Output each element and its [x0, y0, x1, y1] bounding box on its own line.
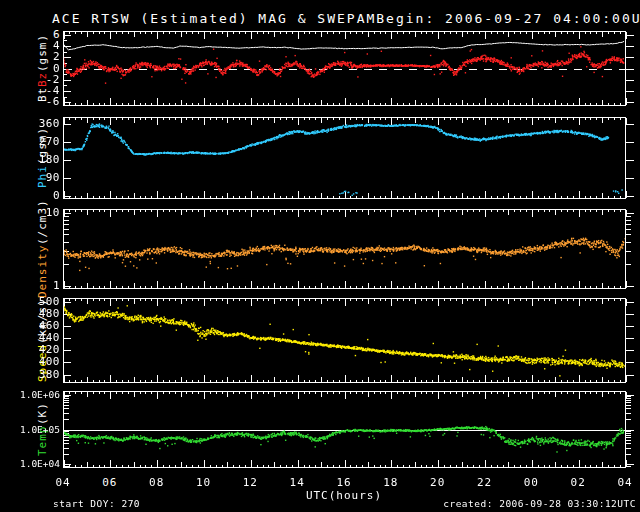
title-row: ACE RTSW (Estimated) MAG & SWEPAM Begin:… — [52, 11, 636, 26]
y-tick-label: 180 — [0, 154, 60, 166]
x-tick-label: 12 — [233, 476, 267, 489]
y-tick-label: 0 — [0, 190, 60, 202]
x-tick-label: 20 — [421, 476, 455, 489]
y-tick-label: 360 — [0, 118, 60, 130]
begin-timestamp: Begin: 2006-09-27 04:00:00UTC — [376, 11, 640, 26]
plot-title: ACE RTSW (Estimated) MAG & SWEPAM — [52, 11, 376, 26]
x-tick-label: 14 — [280, 476, 314, 489]
panel-speed-canvas — [63, 298, 638, 384]
x-tick-label: 08 — [140, 476, 174, 489]
y-axis-label-density: Density (/cm3) — [34, 209, 50, 288]
x-tick-label: 02 — [561, 476, 595, 489]
x-tick-label: 16 — [327, 476, 361, 489]
y-tick-label: 270 — [0, 136, 60, 148]
y-tick-label: 500 — [0, 296, 60, 308]
created-timestamp: created: 2006-09-28 03:30:12UTC — [443, 498, 636, 509]
y-axis-label-part: (K) — [36, 402, 49, 425]
panel-bt-bz-canvas — [63, 31, 638, 107]
panel-phi-canvas — [63, 117, 638, 200]
x-tick-label: 06 — [93, 476, 127, 489]
x-tick-label: 22 — [468, 476, 502, 489]
y-tick-label: 480 — [0, 308, 60, 320]
y-tick-label: 4 — [0, 40, 60, 52]
x-tick-label: 00 — [514, 476, 548, 489]
x-tick-label: 18 — [374, 476, 408, 489]
x-tick-label: 04 — [46, 476, 80, 489]
y-tick-label: 1.0E+06 — [0, 389, 60, 401]
y-tick-label: 380 — [0, 369, 60, 381]
x-tick-label: 10 — [187, 476, 221, 489]
ace-rtsw-plot-screen: ACE RTSW (Estimated) MAG & SWEPAM Begin:… — [0, 0, 640, 512]
y-tick-label: 1.0E+04 — [0, 458, 60, 470]
panel-density-canvas — [63, 209, 638, 290]
y-tick-label: 1.0E+05 — [0, 424, 60, 436]
x-tick-label: 04 — [608, 476, 640, 489]
y-tick-label: 90 — [0, 172, 60, 184]
y-tick-label: 400 — [0, 356, 60, 368]
panel-temp-canvas — [63, 391, 638, 469]
y-tick-label: 2 — [0, 51, 60, 63]
y-tick-label: -6 — [0, 96, 60, 108]
y-tick-label: 10 — [0, 207, 60, 219]
start-doy-label: start DOY: 270 — [53, 498, 140, 509]
y-tick-label: 1 — [0, 280, 60, 292]
y-tick-label: 6 — [0, 29, 60, 41]
